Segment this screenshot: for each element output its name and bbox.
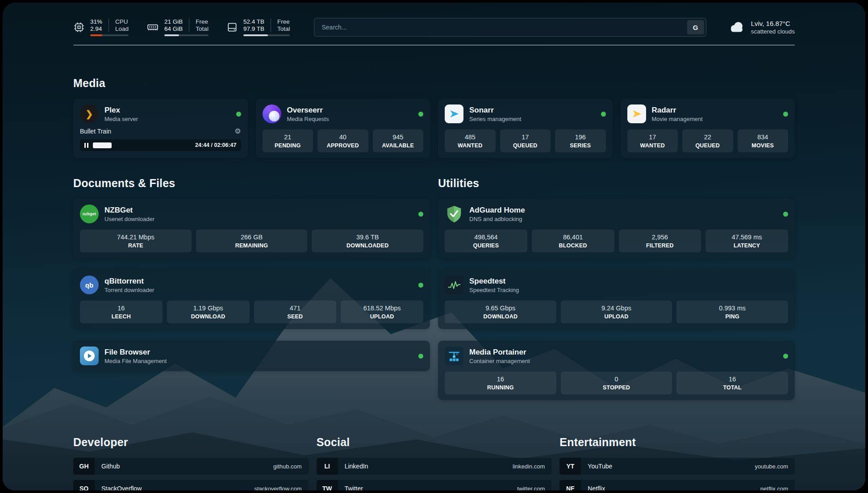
portainer-card[interactable]: Media Portainer Container management 16R… bbox=[438, 341, 795, 400]
stat-stopped: 0STOPPED bbox=[561, 372, 672, 394]
stat-available: 945AVAILABLE bbox=[373, 130, 424, 152]
bookmark-name: LinkedIn bbox=[338, 463, 368, 470]
bookmark-github[interactable]: GH Github github.com bbox=[73, 458, 309, 475]
status-online-dot bbox=[418, 354, 423, 359]
stat-pending: 21PENDING bbox=[263, 130, 313, 152]
bookmark-url: linkedin.com bbox=[513, 463, 551, 470]
app-subtitle: Usenet downloader bbox=[104, 216, 154, 222]
sonarr-card[interactable]: Sonarr Series management 485WANTED 17QUE… bbox=[438, 99, 613, 158]
disk-widget: 52.4 TB Free 97.9 TB Total bbox=[226, 18, 290, 36]
cpu-icon bbox=[73, 21, 85, 33]
cpu-usage-bar bbox=[90, 34, 129, 36]
app-subtitle: Torrent downloader bbox=[104, 287, 154, 293]
app-name: Speedtest bbox=[469, 277, 519, 286]
app-subtitle: Media Requests bbox=[287, 116, 329, 122]
cpu-load-value: 2.94 bbox=[90, 25, 108, 32]
bookmark-netflix[interactable]: NF Netflix netflix.com bbox=[559, 480, 795, 490]
app-name: Media Portainer bbox=[469, 348, 530, 357]
status-online-dot bbox=[783, 112, 788, 117]
bookmark-url: stackoverflow.com bbox=[254, 485, 308, 491]
bookmark-abbr: LI bbox=[317, 458, 338, 475]
social-bookmarks: Social LI LinkedIn linkedin.com TW Twitt… bbox=[317, 436, 552, 490]
stat-movies: 834MOVIES bbox=[738, 130, 789, 152]
bookmark-name: StackOverflow bbox=[95, 485, 142, 490]
stat-seed: 471SEED bbox=[254, 301, 337, 323]
bookmark-youtube[interactable]: YT YouTube youtube.com bbox=[559, 458, 795, 475]
bookmark-linkedin[interactable]: LI LinkedIn linkedin.com bbox=[317, 458, 552, 475]
cpu-percent: 31% bbox=[90, 18, 108, 25]
weather-location-temp: Lviv, 16.87°C bbox=[751, 20, 795, 27]
stat-queries: 498,564QUERIES bbox=[445, 230, 527, 252]
sonarr-icon bbox=[445, 104, 463, 123]
playback-progress-bar[interactable]: 24:44 / 02:06:47 bbox=[80, 139, 241, 151]
seek-track[interactable] bbox=[93, 142, 191, 148]
disk-total-value: 97.9 TB bbox=[243, 25, 271, 32]
bookmark-abbr: SO bbox=[73, 480, 95, 490]
section-title-social: Social bbox=[317, 436, 552, 449]
status-online-dot bbox=[601, 112, 606, 117]
app-subtitle: Media server bbox=[104, 116, 138, 122]
plex-card[interactable]: ❯ Plex Media server Bullet Train ⚙ 24:44… bbox=[73, 99, 248, 158]
bookmark-name: YouTube bbox=[581, 463, 612, 470]
entertainment-bookmarks: Entertainment YT YouTube youtube.com NF … bbox=[559, 436, 795, 490]
stat-running: 16RUNNING bbox=[445, 372, 556, 394]
overseerr-card[interactable]: Overseerr Media Requests 21PENDING 40APP… bbox=[256, 99, 430, 158]
disk-free-value: 52.4 TB bbox=[243, 18, 271, 25]
pause-icon[interactable] bbox=[84, 143, 88, 148]
app-name: File Browser bbox=[104, 348, 167, 357]
status-online-dot bbox=[783, 354, 788, 359]
bookmark-name: Twitter bbox=[338, 485, 363, 490]
app-name: AdGuard Home bbox=[469, 206, 525, 215]
status-online-dot bbox=[783, 212, 788, 217]
stat-total: 16TOTAL bbox=[676, 372, 788, 394]
memory-usage-bar bbox=[164, 34, 209, 36]
qbittorrent-icon: qb bbox=[80, 276, 99, 294]
app-name: Overseerr bbox=[287, 106, 329, 115]
stat-remaining: 266 GBREMAINING bbox=[196, 230, 308, 252]
stat-download: 1.19 GbpsDOWNLOAD bbox=[167, 301, 250, 323]
stat-wanted: 17WANTED bbox=[627, 130, 678, 152]
bookmark-abbr: YT bbox=[559, 458, 581, 475]
cpu-label: CPU bbox=[108, 18, 129, 25]
bookmark-name: Netflix bbox=[581, 485, 605, 490]
speedtest-card[interactable]: Speedtest Speedtest Tracking 9.65 GbpsDO… bbox=[438, 270, 795, 329]
settings-gear-icon[interactable]: ⚙ bbox=[234, 127, 241, 135]
nzbget-card[interactable]: nzbget NZBGet Usenet downloader 744.21 M… bbox=[73, 199, 430, 258]
utilities-column: Utilities AdGuard Home DNS and bbox=[438, 177, 795, 412]
memory-total-value: 64 GiB bbox=[164, 25, 189, 32]
memory-free-label: Free bbox=[189, 18, 209, 25]
topbar-divider bbox=[73, 45, 795, 46]
section-title-media: Media bbox=[73, 77, 795, 90]
filebrowser-card[interactable]: File Browser Media File Management bbox=[73, 341, 430, 371]
dashboard-screen: 31% CPU 2.94 Load bbox=[3, 3, 865, 490]
status-online-dot bbox=[236, 112, 241, 117]
app-name: NZBGet bbox=[104, 206, 154, 215]
stat-filtered: 2,956FILTERED bbox=[619, 230, 701, 252]
disk-usage-bar bbox=[243, 34, 290, 36]
weather-widget: Lviv, 16.87°C scattered clouds bbox=[728, 20, 795, 35]
app-name: qBittorrent bbox=[104, 277, 154, 286]
speedtest-icon bbox=[445, 276, 463, 294]
search-engine-button[interactable]: G bbox=[687, 20, 704, 34]
qbittorrent-card[interactable]: qb qBittorrent Torrent downloader 16LEEC… bbox=[73, 270, 430, 329]
adguard-shield-icon bbox=[445, 205, 463, 223]
bookmark-stackoverflow[interactable]: SO StackOverflow stackoverflow.com bbox=[73, 480, 309, 490]
plex-icon: ❯ bbox=[80, 104, 99, 123]
bookmark-abbr: GH bbox=[73, 458, 95, 475]
cpu-widget: 31% CPU 2.94 Load bbox=[73, 18, 129, 36]
stat-wanted: 485WANTED bbox=[445, 130, 496, 152]
section-title-utilities: Utilities bbox=[438, 177, 795, 190]
bookmark-abbr: TW bbox=[317, 480, 338, 490]
app-subtitle: DNS and adblocking bbox=[469, 216, 525, 222]
stat-rate: 744.21 MbpsRATE bbox=[80, 230, 192, 252]
memory-icon bbox=[146, 21, 159, 33]
radarr-card[interactable]: Radarr Movie management 17WANTED 22QUEUE… bbox=[621, 99, 795, 158]
app-subtitle: Movie management bbox=[652, 116, 703, 122]
disk-free-label: Free bbox=[271, 18, 290, 25]
search-input[interactable] bbox=[314, 18, 706, 37]
adguard-card[interactable]: AdGuard Home DNS and adblocking 498,564Q… bbox=[438, 199, 795, 258]
radarr-icon bbox=[627, 104, 646, 123]
section-title-entertainment: Entertainment bbox=[559, 436, 795, 449]
bookmark-twitter[interactable]: TW Twitter twitter.com bbox=[317, 480, 552, 490]
bookmark-url: netflix.com bbox=[760, 485, 795, 491]
